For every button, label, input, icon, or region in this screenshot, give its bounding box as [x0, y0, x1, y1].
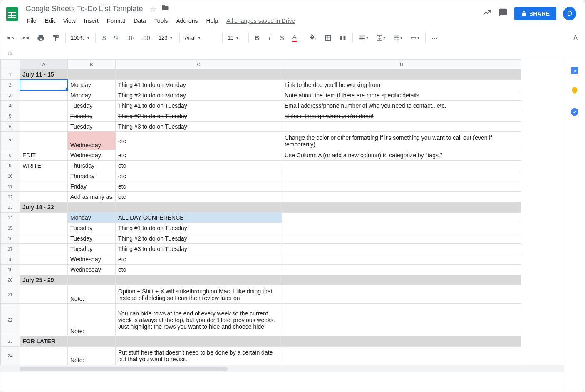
star-icon[interactable]: ☆ [150, 5, 156, 14]
cell[interactable]: Tuesday [68, 101, 116, 111]
redo-button[interactable] [19, 32, 33, 44]
cell[interactable]: etc [116, 161, 282, 171]
column-header-b[interactable]: B [68, 60, 116, 69]
cell[interactable]: Wednesday [68, 265, 116, 275]
row-header[interactable]: 5 [1, 111, 20, 122]
currency-button[interactable]: $ [98, 32, 110, 44]
cell[interactable] [20, 192, 68, 202]
cell[interactable]: ALL DAY CONFERENCE [116, 213, 282, 223]
row-header[interactable]: 17 [1, 244, 20, 254]
menu-file[interactable]: File [24, 16, 40, 26]
row-header[interactable]: 6 [1, 122, 20, 132]
cell[interactable] [282, 275, 521, 285]
cell[interactable]: Tuesday [68, 233, 116, 244]
row-header[interactable]: 20 [1, 275, 20, 285]
document-title[interactable]: Google Sheets To-Do List Template [24, 4, 145, 14]
cell[interactable] [20, 254, 68, 265]
cell[interactable]: Thing #1 to do on Monday [116, 80, 282, 90]
cell[interactable]: Email address/phone number of who you ne… [282, 101, 521, 111]
row-header[interactable]: 21 [1, 285, 20, 304]
cell[interactable] [282, 69, 521, 80]
row-header[interactable]: 23 [1, 336, 20, 347]
cell[interactable] [20, 90, 68, 101]
row-header[interactable]: 24 [1, 347, 20, 365]
row-header[interactable]: 15 [1, 223, 20, 233]
row-header[interactable]: 14 [1, 213, 20, 223]
row-header[interactable]: 11 [1, 181, 20, 192]
cell[interactable]: EDIT [20, 150, 68, 161]
tasks-icon[interactable] [570, 107, 579, 117]
cell[interactable]: Change the color or other formatting if … [282, 132, 521, 150]
cell[interactable] [282, 244, 521, 254]
cell[interactable] [20, 244, 68, 254]
cell[interactable] [282, 213, 521, 223]
cell[interactable] [282, 122, 521, 132]
cell[interactable] [20, 265, 68, 275]
cell[interactable] [116, 69, 282, 80]
cell[interactable]: Link to the doc you'll be working from [282, 80, 521, 90]
row-header[interactable]: 12 [1, 192, 20, 202]
row-header[interactable]: 2 [1, 80, 20, 90]
cell[interactable] [116, 202, 282, 213]
cell[interactable]: Add as many as [68, 192, 116, 202]
cell[interactable] [20, 213, 68, 223]
cell[interactable]: Thursday [68, 171, 116, 181]
cell[interactable]: Tuesday [68, 223, 116, 233]
cell[interactable]: etc [116, 150, 282, 161]
merge-button[interactable] [336, 32, 350, 44]
cell[interactable] [20, 122, 68, 132]
account-avatar[interactable]: D [563, 7, 576, 20]
cell[interactable] [282, 161, 521, 171]
wrap-button[interactable]: ▾ [389, 32, 406, 44]
cell[interactable]: etc [116, 192, 282, 202]
decrease-decimal-button[interactable]: .0↓ [124, 32, 138, 44]
horizontal-scrollbar[interactable] [0, 365, 564, 372]
cell[interactable]: FOR LATER [20, 336, 68, 347]
row-header[interactable]: 1 [1, 69, 20, 80]
cell[interactable] [20, 304, 68, 336]
cell[interactable]: Option + Shift + X will strikethrough on… [116, 285, 282, 304]
menu-add-ons[interactable]: Add-ons [173, 16, 201, 26]
calendar-icon[interactable]: 31 [570, 66, 579, 75]
cell[interactable] [20, 181, 68, 192]
cell[interactable] [68, 69, 116, 80]
cell[interactable]: Tuesday [68, 244, 116, 254]
row-header[interactable]: 7 [1, 132, 20, 150]
saved-status[interactable]: All changes saved in Drive [226, 17, 295, 24]
cell[interactable] [282, 181, 521, 192]
row-header[interactable]: 16 [1, 233, 20, 244]
row-header[interactable]: 13 [1, 202, 20, 213]
strikethrough-button[interactable]: S [276, 32, 288, 44]
bold-button[interactable]: B [251, 32, 263, 44]
cell[interactable]: Wednesday [68, 254, 116, 265]
cell[interactable] [282, 171, 521, 181]
cell[interactable]: Monday [68, 90, 116, 101]
cell[interactable] [282, 192, 521, 202]
row-header[interactable]: 9 [1, 161, 20, 171]
rotation-button[interactable]: ▾ [407, 32, 423, 44]
print-button[interactable] [34, 32, 48, 44]
cell[interactable]: etc [116, 171, 282, 181]
cell[interactable] [116, 275, 282, 285]
cell[interactable]: Monday [68, 213, 116, 223]
cell[interactable] [20, 80, 68, 90]
cell[interactable] [282, 202, 521, 213]
cell[interactable]: Thing #2 to do on Tuesday [116, 111, 282, 122]
cell[interactable] [20, 132, 68, 150]
cell[interactable] [68, 202, 116, 213]
cell[interactable]: etc [116, 132, 282, 150]
row-header[interactable]: 3 [1, 90, 20, 101]
comments-icon[interactable] [498, 8, 508, 20]
menu-data[interactable]: Data [130, 16, 149, 26]
cell[interactable]: July 25 - 29 [20, 275, 68, 285]
column-header-c[interactable]: C [116, 60, 282, 69]
fill-color-button[interactable] [306, 32, 320, 44]
cell[interactable]: Thursday [68, 161, 116, 171]
font-size-select[interactable]: 10▼ [225, 33, 246, 42]
cell[interactable] [282, 347, 521, 365]
cell[interactable]: Friday [68, 181, 116, 192]
cell[interactable] [20, 101, 68, 111]
zoom-select[interactable]: 100%▼ [68, 33, 93, 42]
column-header-a[interactable]: A [20, 60, 68, 69]
cell[interactable] [68, 275, 116, 285]
